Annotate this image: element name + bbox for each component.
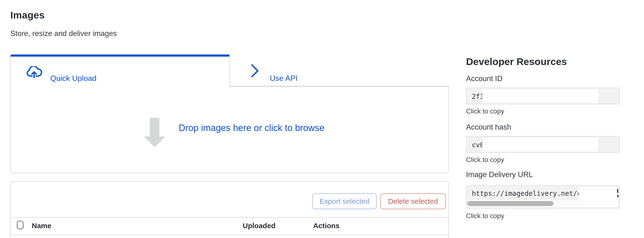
account-id-copy-hint: Click to copy bbox=[466, 108, 504, 115]
account-hash-label: Account hash bbox=[466, 123, 511, 131]
developer-resources-title: Developer Resources bbox=[466, 56, 567, 67]
delete-selected-button[interactable]: Delete selected bbox=[380, 193, 446, 209]
image-delivery-url-copy-hint: Click to copy bbox=[466, 212, 504, 220]
account-hash-field[interactable]: cv0J bbox=[466, 136, 620, 153]
column-header-name: Name bbox=[32, 222, 52, 230]
images-table-card: Export selected Delete selected Name Upl… bbox=[10, 181, 449, 238]
export-selected-button[interactable]: Export selected bbox=[312, 193, 376, 209]
tab-use-api[interactable]: Use API bbox=[230, 54, 449, 87]
url-scrollbar-thumb[interactable] bbox=[467, 201, 553, 206]
column-header-uploaded: Uploaded bbox=[243, 222, 276, 230]
account-hash-copy-hint: Click to copy bbox=[466, 156, 504, 164]
upload-panel: Quick Upload Use API Drop images here or… bbox=[10, 54, 449, 173]
toolbar-divider bbox=[11, 217, 448, 218]
tab-quick-upload[interactable]: Quick Upload bbox=[11, 55, 230, 87]
page-subtitle: Store, resize and deliver images bbox=[10, 29, 117, 38]
redaction-overlay bbox=[482, 89, 598, 103]
images-page: { "page": { "title": "Images", "subtitle… bbox=[0, 0, 644, 238]
redaction-overlay bbox=[578, 187, 617, 202]
image-dropzone[interactable]: Drop images here or click to browse bbox=[11, 87, 448, 173]
tab-use-api-label: Use API bbox=[270, 74, 298, 83]
chevron-right-icon bbox=[250, 64, 259, 78]
header-row-divider bbox=[11, 235, 448, 235]
column-header-actions: Actions bbox=[313, 222, 340, 230]
cloud-upload-icon bbox=[26, 66, 42, 78]
account-id-label: Account ID bbox=[466, 74, 502, 83]
clipped-character-fragment bbox=[617, 195, 618, 197]
page-title: Images bbox=[10, 9, 45, 21]
image-delivery-url-label: Image Delivery URL bbox=[466, 170, 533, 179]
dropzone-label: Drop images here or click to browse bbox=[179, 123, 324, 133]
tab-quick-upload-label: Quick Upload bbox=[50, 74, 96, 83]
redaction-overlay bbox=[482, 138, 598, 152]
select-all-checkbox[interactable] bbox=[17, 221, 24, 229]
image-delivery-url-field[interactable]: https://imagedelivery.net/cv0JS bbox=[466, 185, 620, 209]
clipped-character-fragment bbox=[617, 189, 618, 193]
account-id-field[interactable]: 2f3d bbox=[466, 88, 620, 104]
